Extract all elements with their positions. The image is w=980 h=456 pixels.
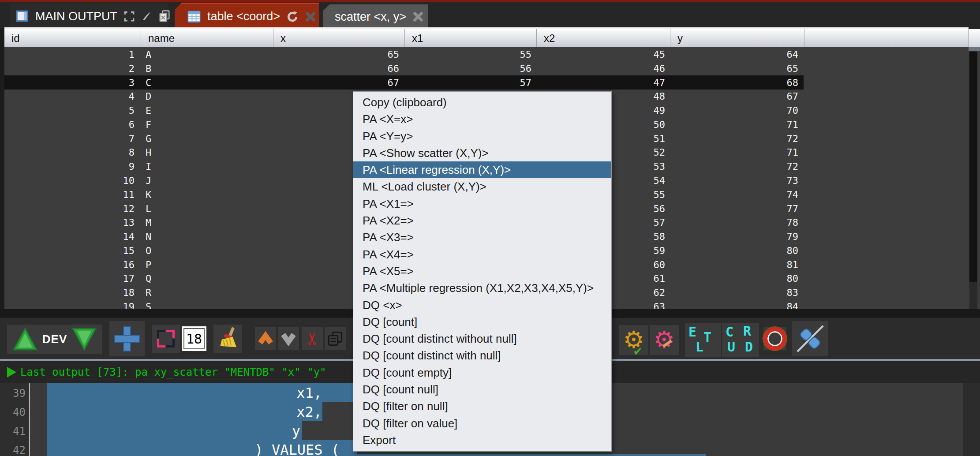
add-button[interactable] (109, 321, 145, 356)
cell-x: 65 (269, 47, 399, 61)
menu-item-10[interactable]: PA <X4=> (353, 246, 611, 263)
tab-table-coord[interactable]: table <coord> (175, 3, 319, 29)
scrollbar-thumb[interactable] (969, 52, 977, 282)
cell-name: L (146, 202, 260, 216)
cell-y: 72 (666, 131, 798, 146)
fullscreen-icon[interactable] (123, 11, 135, 22)
table-scrollbar[interactable] (969, 29, 980, 309)
help-button[interactable] (763, 327, 786, 350)
cell-name: O (146, 243, 260, 258)
close-icon[interactable] (305, 11, 316, 22)
menu-item-16[interactable]: DQ [count distinct with null] (353, 347, 611, 364)
cell-y: 72 (666, 159, 798, 173)
column-header-empty (804, 29, 969, 47)
scrollbar-header-cap (969, 29, 980, 47)
table-icon (187, 10, 201, 24)
table-row[interactable]: 2B66564665 (4, 61, 969, 75)
code-text: ) VALUES ( (0, 440, 340, 456)
top-accent-line (0, 0, 980, 2)
menu-item-12[interactable]: PA <Multiple regression (X1,X2,X3,X4,X5,… (353, 280, 611, 296)
column-header-x1[interactable]: x1 (405, 29, 537, 47)
context-menu: Copy (clipboard)PA <X=x>PA <Y=y>PA <Show… (353, 91, 612, 452)
code-text: x2, (0, 402, 322, 421)
column-header-y[interactable]: y (670, 29, 804, 47)
move-up-button[interactable] (255, 327, 276, 350)
menu-item-9[interactable]: PA <X3=> (353, 229, 611, 246)
move-down-button[interactable] (278, 327, 299, 350)
scissors-icon: ✂ (303, 332, 322, 346)
cell-x1: 56 (401, 61, 531, 75)
tab-scatter-xy[interactable]: scatter <x, y> (323, 4, 428, 29)
cell-x2: 45 (534, 47, 665, 61)
menu-item-11[interactable]: PA <X5=> (353, 263, 611, 280)
menu-item-17[interactable]: DQ [count empty] (353, 364, 611, 381)
cell-id: 14 (4, 229, 135, 243)
cell-y: 80 (666, 243, 798, 258)
close-icon[interactable] (412, 11, 424, 22)
copy-close-icon[interactable] (158, 10, 171, 23)
cell-id: 5 (4, 103, 135, 117)
menu-item-6[interactable]: ML <Load cluster (X,Y)> (353, 178, 611, 195)
cell-name: M (146, 215, 260, 229)
brush-icon[interactable] (141, 11, 152, 22)
refresh-icon[interactable] (286, 11, 299, 23)
code-text: x1, (0, 383, 322, 402)
menu-item-14[interactable]: DQ [count] (353, 314, 611, 330)
menu-item-5[interactable]: PA <Linear regression (X,Y)> (353, 161, 611, 178)
table-row[interactable]: 1A65554564 (4, 47, 969, 61)
row-count-input[interactable]: 18 (182, 326, 206, 351)
copy-button[interactable] (325, 327, 346, 350)
cell-name: P (146, 258, 260, 272)
cell-id: 6 (4, 117, 135, 131)
menu-item-15[interactable]: DQ [count distinct without null] (353, 330, 611, 347)
env-label: DEV (42, 333, 67, 346)
menu-item-2[interactable]: PA <X=x> (353, 111, 611, 127)
menu-item-3[interactable]: PA <Y=y> (353, 128, 611, 145)
cell-id: 15 (4, 243, 135, 258)
menu-item-4[interactable]: PA <Show scatter (X,Y)> (353, 145, 611, 161)
column-header-x2[interactable]: x2 (537, 29, 670, 47)
mentdb-workbench-window: MAIN OUTPUT table <coord> sc (0, 0, 980, 456)
cell-y: 67 (666, 89, 798, 103)
plus-icon (114, 326, 140, 351)
elt-button[interactable]: ETL (685, 323, 721, 357)
tab-label: scatter <x, y> (335, 10, 406, 24)
column-header-id[interactable]: id (4, 29, 141, 47)
column-header-name[interactable]: name (141, 29, 273, 47)
cell-id: 19 (4, 299, 135, 309)
selection-mode-button[interactable] (152, 325, 180, 353)
settings-run-button[interactable]: ⚙✔ (619, 325, 648, 355)
cell-id: 16 (4, 258, 135, 272)
cell-name: B (146, 61, 260, 75)
crud-button[interactable]: CRUD (722, 323, 759, 357)
cell-y: 77 (666, 202, 798, 216)
cut-button[interactable]: ✂ (302, 327, 323, 350)
plug-icon (794, 323, 826, 355)
down-triangle-icon[interactable] (71, 327, 97, 351)
clear-button[interactable] (213, 325, 242, 353)
tab-main-output[interactable]: MAIN OUTPUT (10, 4, 168, 29)
cell-name: Q (146, 271, 260, 285)
menu-item-21[interactable]: Export (353, 432, 611, 449)
cell-y: 84 (666, 299, 798, 309)
cell-x: 66 (269, 61, 399, 75)
table-row[interactable]: 3C67574768 (4, 75, 969, 90)
menu-item-20[interactable]: DQ [filter on value] (353, 415, 611, 432)
settings-edit-button[interactable]: ⚙ (650, 325, 679, 355)
menu-item-8[interactable]: PA <X2=> (353, 212, 611, 229)
cell-y: 71 (666, 117, 798, 131)
lifebuoy-icon (763, 327, 786, 350)
menu-item-13[interactable]: DQ <x> (353, 297, 611, 314)
column-header-x[interactable]: x (273, 29, 405, 47)
connection-button[interactable] (792, 321, 828, 356)
cell-y: 78 (666, 215, 798, 229)
cell-id: 2 (4, 61, 135, 75)
scrollbar-track[interactable] (969, 51, 977, 309)
menu-item-19[interactable]: DQ [filter on null] (353, 398, 611, 415)
selection-icon (157, 330, 175, 348)
up-triangle-icon[interactable] (12, 327, 38, 351)
menu-item-7[interactable]: PA <X1=> (353, 195, 611, 212)
menu-item-1[interactable]: Copy (clipboard) (353, 94, 611, 111)
menu-item-18[interactable]: DQ [count null] (353, 381, 611, 398)
last-output-text: Last output [73]: pa xy_scatter "MENTDB"… (20, 361, 333, 383)
